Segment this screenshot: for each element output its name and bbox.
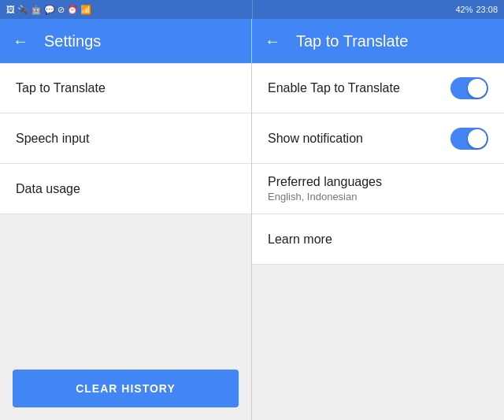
left-panel: ← Settings Tap to Translate Speech input… bbox=[0, 19, 252, 420]
settings-item-content: Preferred languages English, Indonesian bbox=[268, 175, 382, 203]
panels: ← Settings Tap to Translate Speech input… bbox=[0, 19, 504, 420]
settings-item-content: Show notification bbox=[268, 132, 363, 146]
settings-item-label: Preferred languages bbox=[268, 175, 382, 189]
time-display: 23:08 bbox=[476, 5, 498, 14]
menu-item-tap-to-translate[interactable]: Tap to Translate bbox=[0, 63, 251, 113]
left-menu-list: Tap to Translate Speech input Data usage bbox=[0, 63, 251, 357]
menu-item-label: Tap to Translate bbox=[16, 81, 106, 95]
menu-item-speech-input[interactable]: Speech input bbox=[0, 113, 251, 164]
status-bar-left: 🖼 🔌 🤖 💬 ⊘ ⏰ 📶 bbox=[0, 0, 252, 19]
settings-item-preferred-languages[interactable]: Preferred languages English, Indonesian bbox=[252, 164, 504, 214]
menu-item-label: Speech input bbox=[16, 132, 89, 146]
left-header: ← Settings bbox=[0, 19, 251, 63]
left-back-button[interactable]: ← bbox=[13, 32, 28, 50]
status-icons-left: 🖼 🔌 🤖 💬 ⊘ ⏰ 📶 bbox=[6, 5, 91, 15]
settings-item-learn-more[interactable]: Learn more bbox=[252, 214, 504, 265]
status-bar-right: 42% 23:08 bbox=[252, 0, 504, 19]
settings-item-content: Learn more bbox=[268, 232, 332, 247]
settings-item-label: Learn more bbox=[268, 232, 332, 247]
right-panel: ← Tap to Translate Enable Tap to Transla… bbox=[252, 19, 504, 420]
settings-item-label: Show notification bbox=[268, 132, 363, 146]
menu-item-label: Data usage bbox=[16, 182, 80, 196]
settings-item-sublabel: English, Indonesian bbox=[268, 191, 382, 203]
status-bar: 🖼 🔌 🤖 💬 ⊘ ⏰ 📶 42% 23:08 bbox=[0, 0, 504, 19]
settings-item-label: Enable Tap to Translate bbox=[268, 81, 400, 95]
toggle-knob bbox=[468, 79, 487, 98]
right-header-title: Tap to Translate bbox=[296, 32, 408, 50]
clear-history-container: CLEAR HISTORY bbox=[0, 357, 251, 420]
right-header: ← Tap to Translate bbox=[252, 19, 504, 63]
menu-item-data-usage[interactable]: Data usage bbox=[0, 164, 251, 214]
battery-level: 42% bbox=[455, 5, 472, 14]
settings-item-content: Enable Tap to Translate bbox=[268, 81, 400, 95]
left-header-title: Settings bbox=[44, 32, 101, 50]
right-back-button[interactable]: ← bbox=[265, 32, 280, 50]
toggle-enable-tap-translate[interactable] bbox=[450, 77, 488, 99]
toggle-knob bbox=[468, 129, 487, 148]
toggle-show-notification[interactable] bbox=[450, 128, 488, 150]
settings-item-enable-tap-translate[interactable]: Enable Tap to Translate bbox=[252, 63, 504, 113]
clear-history-button[interactable]: CLEAR HISTORY bbox=[13, 370, 239, 407]
settings-item-show-notification[interactable]: Show notification bbox=[252, 113, 504, 164]
settings-list: Enable Tap to Translate Show notificatio… bbox=[252, 63, 504, 420]
